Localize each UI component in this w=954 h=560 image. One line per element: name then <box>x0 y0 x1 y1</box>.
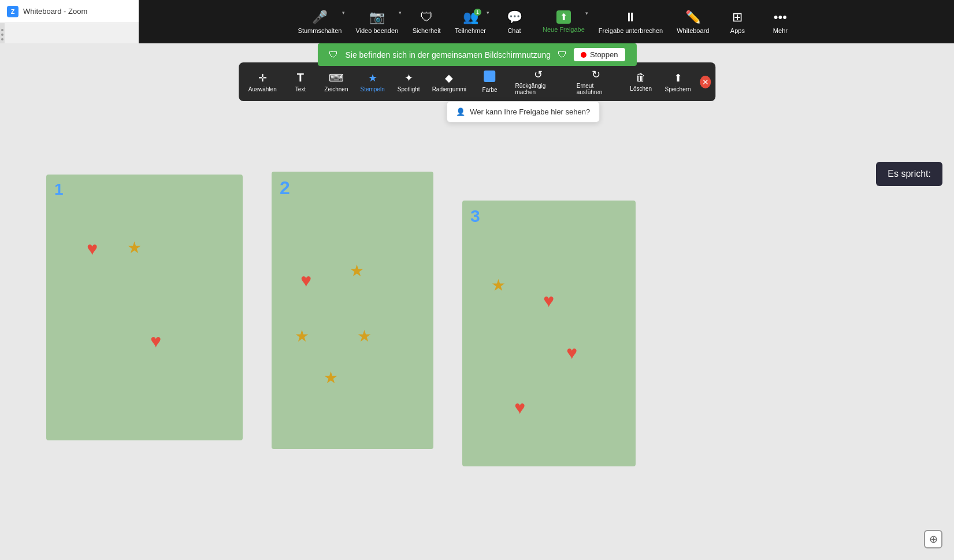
eraser-tool[interactable]: ◆ Radiergummi <box>427 68 471 96</box>
stop-share-button[interactable]: ⏸ Freigabe unterbrechen <box>593 8 669 36</box>
participants-label: Teilnehmer <box>455 27 486 34</box>
star-stamp-2-1: ★ <box>350 261 364 280</box>
stamp-icon: ★ <box>368 72 377 84</box>
save-tool[interactable]: ⬆ Speichern <box>659 68 696 96</box>
app-title: Whiteboard - Zoom <box>23 7 87 16</box>
card-1-number: 1 <box>54 180 64 199</box>
whiteboard-card-1[interactable]: 1 ♥ ★ ♥ <box>46 175 243 440</box>
star-stamp-1-1: ★ <box>127 238 142 257</box>
draw-tool[interactable]: ⌨ Zeichnen <box>319 68 354 96</box>
whiteboard-button[interactable]: ✏️ Whiteboard <box>671 8 715 36</box>
notification-message: Sie befinden sich in der gemeinsamen Bil… <box>345 50 551 60</box>
participant-count: 1 <box>474 9 481 16</box>
stop-button[interactable]: Stoppen <box>574 48 625 61</box>
sidebar-dot-1 <box>1 29 3 31</box>
color-icon <box>484 71 496 85</box>
select-label: Auswählen <box>248 86 277 92</box>
more-label: Mehr <box>773 27 788 34</box>
spotlight-icon: ✦ <box>404 72 413 84</box>
heart-stamp-1-1: ♥ <box>87 238 98 259</box>
spotlight-tool[interactable]: ✦ Spotlight <box>391 68 426 96</box>
delete-icon: 🗑 <box>636 72 646 84</box>
security-label: Sicherheit <box>413 27 441 34</box>
undo-icon: ↺ <box>534 68 543 81</box>
sidebar-dot-2 <box>1 34 3 36</box>
add-page-icon: ⊕ <box>929 533 938 546</box>
mute-label: Stummschalten <box>298 27 342 34</box>
notification-shield-right-icon: 🛡 <box>558 50 567 60</box>
mute-button[interactable]: 🎤 Stummschalten ▾ <box>292 8 348 36</box>
redo-label: Erneut ausführen <box>577 83 616 95</box>
draw-label: Zeichnen <box>324 86 348 92</box>
share-label: Neue Freigabe <box>543 26 585 33</box>
card-2-number: 2 <box>280 177 290 199</box>
video-arrow[interactable]: ▾ <box>399 10 402 16</box>
star-stamp-2-2: ★ <box>295 327 309 346</box>
speaker-panel: Es spricht: <box>876 162 942 186</box>
apps-label: Apps <box>730 27 745 34</box>
more-button[interactable]: ••• Mehr <box>760 8 800 36</box>
save-icon: ⬆ <box>674 72 682 84</box>
color-label: Farbe <box>482 87 497 93</box>
eraser-icon: ◆ <box>445 72 453 84</box>
video-button[interactable]: 📷 Video beenden ▾ <box>350 8 404 36</box>
new-share-button[interactable]: ⬆ Neue Freigabe ▾ <box>537 8 591 35</box>
whiteboard-card-2[interactable]: 2 ♥ ★ ★ ★ ★ <box>272 172 433 449</box>
secondary-toolbar: ✛ Auswählen T Text ⌨ Zeichnen ★ Stempeln… <box>239 62 716 101</box>
mic-icon: 🎤 <box>312 10 328 25</box>
speaker-label: Es spricht: <box>888 169 931 179</box>
title-bar: Z Whiteboard - Zoom <box>0 0 139 23</box>
pause-icon: ⏸ <box>624 10 637 25</box>
participants-arrow[interactable]: ▾ <box>487 10 489 16</box>
participants-button[interactable]: 1 👥 Teilnehmer ▾ <box>449 8 492 36</box>
card-3-number: 3 <box>470 206 480 226</box>
heart-stamp-3-2: ♥ <box>566 342 577 364</box>
security-button[interactable]: 🛡 Sicherheit <box>406 8 447 36</box>
notification-bar: 🛡 Sie befinden sich in der gemeinsamen B… <box>317 43 636 66</box>
add-page-button[interactable]: ⊕ <box>924 530 942 548</box>
stop-dot <box>581 52 586 58</box>
undo-label: Rückgängig machen <box>515 83 562 95</box>
delete-tool[interactable]: 🗑 Löschen <box>623 68 658 95</box>
whiteboard-card-3[interactable]: 3 ★ ♥ ♥ ♥ <box>462 201 636 466</box>
delete-label: Löschen <box>630 86 652 92</box>
tooltip-text: Wer kann Ihre Freigabe hier sehen? <box>470 107 590 116</box>
tooltip-user-icon: 👤 <box>456 107 465 116</box>
text-label: Text <box>295 86 306 92</box>
top-toolbar: 🎤 Stummschalten ▾ 📷 Video beenden ▾ 🛡 Si… <box>139 0 954 43</box>
star-stamp-2-4: ★ <box>324 368 338 387</box>
undo-tool[interactable]: ↺ Rückgängig machen <box>508 65 569 99</box>
redo-tool[interactable]: ↻ Erneut ausführen <box>570 65 623 99</box>
whiteboard-icon: ✏️ <box>685 10 701 25</box>
stamp-tool[interactable]: ★ Stempeln <box>355 68 390 96</box>
chat-button[interactable]: 💬 Chat <box>494 8 534 36</box>
draw-icon: ⌨ <box>329 72 344 84</box>
apps-button[interactable]: ⊞ Apps <box>717 8 758 36</box>
chat-icon: 💬 <box>507 10 522 25</box>
color-tool[interactable]: Farbe <box>473 67 507 97</box>
chat-label: Chat <box>507 27 521 34</box>
stop-label: Stoppen <box>590 50 618 59</box>
star-stamp-3-1: ★ <box>491 276 506 295</box>
zoom-logo: Z <box>7 6 18 17</box>
heart-stamp-2-1: ♥ <box>300 270 311 291</box>
heart-stamp-3-3: ♥ <box>514 397 525 418</box>
mute-arrow[interactable]: ▾ <box>342 10 345 16</box>
stamp-label: Stempeln <box>360 86 384 92</box>
save-label: Speichern <box>665 86 691 92</box>
heart-stamp-3-1: ♥ <box>543 290 554 311</box>
whiteboard-label: Whiteboard <box>677 27 709 34</box>
text-icon: T <box>297 71 304 84</box>
share-icon: ⬆ <box>556 10 571 24</box>
notification-shield-icon: 🛡 <box>329 50 338 60</box>
shield-icon: 🛡 <box>420 10 433 25</box>
text-tool[interactable]: T Text <box>283 68 318 96</box>
select-tool[interactable]: ✛ Auswählen <box>243 68 282 96</box>
camera-icon: 📷 <box>369 10 385 25</box>
redo-icon: ↻ <box>592 68 600 81</box>
close-toolbar-button[interactable]: ✕ <box>700 76 711 88</box>
share-tooltip: 👤 Wer kann Ihre Freigabe hier sehen? <box>446 101 600 123</box>
close-icon: ✕ <box>702 77 709 87</box>
stop-share-label: Freigabe unterbrechen <box>599 27 663 34</box>
share-arrow[interactable]: ▾ <box>585 10 588 16</box>
